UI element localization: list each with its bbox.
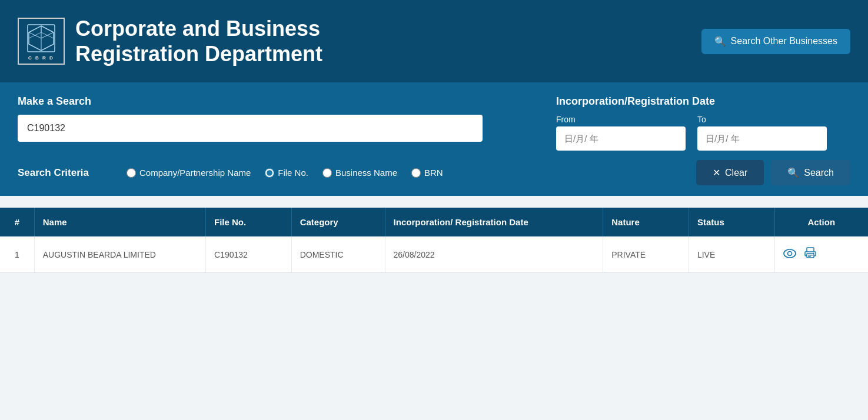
svg-point-15 bbox=[813, 253, 814, 254]
header-title: Corporate and Business Registration Depa… bbox=[75, 16, 322, 66]
header-left: C B R D Corporate and Business Registrat… bbox=[18, 16, 322, 66]
clear-button[interactable]: ✕ Clear bbox=[696, 160, 764, 185]
cell-fileno: C190132 bbox=[206, 236, 292, 273]
radio-fileno-input[interactable] bbox=[265, 168, 274, 178]
search-left: Make a Search bbox=[18, 95, 533, 142]
cell-num: 1 bbox=[0, 236, 34, 273]
table-header-row: # Name File No. Category Incorporation/ … bbox=[0, 208, 868, 236]
search-icon: 🔍 bbox=[714, 36, 726, 47]
search-section: Make a Search Incorporation/Registration… bbox=[0, 82, 868, 196]
search-button[interactable]: 🔍 Search bbox=[771, 160, 850, 185]
search-input[interactable] bbox=[18, 115, 483, 142]
date-to-input[interactable] bbox=[697, 126, 827, 151]
date-to-group: To bbox=[697, 115, 827, 151]
radio-group: Company/Partnership Name File No. Busine… bbox=[127, 168, 679, 178]
date-section: Incorporation/Registration Date From To bbox=[556, 95, 850, 151]
date-inputs-row: From To bbox=[556, 115, 850, 151]
col-header-action: Action bbox=[774, 208, 868, 236]
radio-brn[interactable]: BRN bbox=[411, 168, 443, 178]
date-from-group: From bbox=[556, 115, 686, 151]
date-section-label: Incorporation/Registration Date bbox=[556, 95, 850, 108]
search-magnifier-icon: 🔍 bbox=[787, 167, 799, 178]
svg-point-9 bbox=[784, 249, 796, 258]
cell-nature: PRIVATE bbox=[603, 236, 689, 273]
svg-rect-14 bbox=[808, 256, 811, 257]
radio-fileno-label: File No. bbox=[278, 168, 308, 178]
results-table: # Name File No. Category Incorporation/ … bbox=[0, 208, 868, 273]
search-top-row: Make a Search Incorporation/Registration… bbox=[18, 95, 850, 151]
radio-company[interactable]: Company/Partnership Name bbox=[127, 168, 251, 178]
col-header-category: Category bbox=[291, 208, 385, 236]
col-header-fileno: File No. bbox=[206, 208, 292, 236]
action-buttons: ✕ Clear 🔍 Search bbox=[696, 160, 850, 185]
date-from-input[interactable] bbox=[556, 126, 686, 151]
table-row: 1 AUGUSTIN BEARDA LIMITED C190132 DOMEST… bbox=[0, 236, 868, 273]
logo-abbr: C B R D bbox=[28, 55, 54, 61]
date-to-label: To bbox=[697, 115, 827, 124]
svg-point-10 bbox=[787, 252, 791, 256]
radio-business[interactable]: Business Name bbox=[322, 168, 397, 178]
col-header-num: # bbox=[0, 208, 34, 236]
clear-icon: ✕ bbox=[713, 167, 720, 178]
radio-fileno[interactable]: File No. bbox=[265, 168, 308, 178]
date-from-label: From bbox=[556, 115, 686, 124]
col-header-date: Incorporation/ Registration Date bbox=[385, 208, 603, 236]
col-header-name: Name bbox=[34, 208, 205, 236]
svg-rect-13 bbox=[808, 255, 813, 256]
cell-action bbox=[774, 236, 868, 273]
radio-brn-input[interactable] bbox=[411, 168, 421, 178]
print-icon[interactable] bbox=[804, 247, 816, 262]
action-icons bbox=[783, 247, 860, 262]
criteria-label: Search Criteria bbox=[18, 167, 109, 179]
cell-status: LIVE bbox=[689, 236, 774, 273]
col-header-status: Status bbox=[689, 208, 774, 236]
radio-brn-label: BRN bbox=[424, 168, 443, 178]
radio-company-input[interactable] bbox=[127, 168, 136, 178]
cell-category: DOMESTIC bbox=[291, 236, 385, 273]
header: C B R D Corporate and Business Registrat… bbox=[0, 0, 868, 82]
cell-name: AUGUSTIN BEARDA LIMITED bbox=[34, 236, 205, 273]
radio-company-label: Company/Partnership Name bbox=[139, 168, 251, 178]
radio-business-input[interactable] bbox=[322, 168, 332, 178]
make-search-label: Make a Search bbox=[18, 95, 533, 108]
view-icon[interactable] bbox=[783, 248, 796, 261]
search-other-businesses-button[interactable]: 🔍 Search Other Businesses bbox=[701, 29, 850, 54]
cbrd-logo-icon bbox=[25, 22, 57, 54]
svg-rect-11 bbox=[807, 248, 814, 252]
radio-business-label: Business Name bbox=[335, 168, 397, 178]
criteria-row: Search Criteria Company/Partnership Name… bbox=[18, 160, 850, 185]
table-section: # Name File No. Category Incorporation/ … bbox=[0, 196, 868, 273]
logo-box: C B R D bbox=[18, 18, 65, 65]
col-header-nature: Nature bbox=[603, 208, 689, 236]
cell-date: 26/08/2022 bbox=[385, 236, 603, 273]
